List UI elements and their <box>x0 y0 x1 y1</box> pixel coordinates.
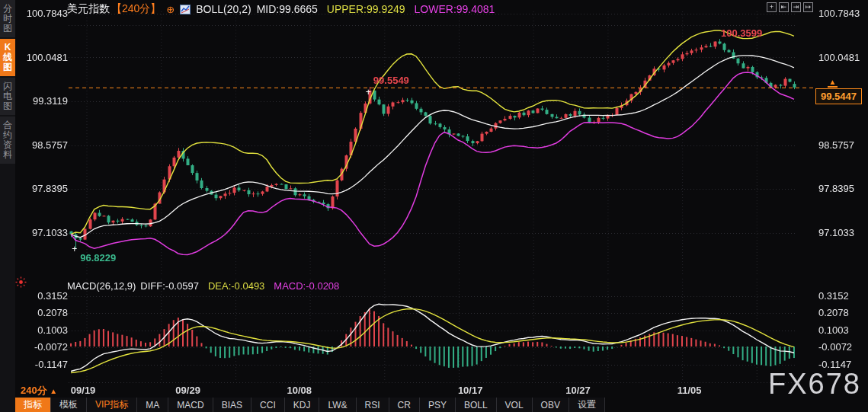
macd-axis-label: -0.0072 <box>818 341 852 353</box>
y-axis-label: 97.8395 <box>818 183 854 194</box>
macd-axis-label: -0.0072 <box>17 341 68 353</box>
y-axis-label: 100.7843 <box>818 8 860 19</box>
macd-axis-label: 0.3152 <box>818 290 849 302</box>
toolbar-item-RSI[interactable]: RSI <box>357 398 389 412</box>
trading-app: 分时图K线图闪电图合约资料 美元指数 【240分】 ⊕ BOLL(20,2) M… <box>0 0 868 412</box>
alert-icon[interactable] <box>15 276 27 288</box>
sidebar-tab-闪电图[interactable]: 闪电图 <box>0 78 15 115</box>
y-axis-label: 99.3119 <box>17 95 68 107</box>
watermark: FX678 <box>768 368 861 401</box>
macd-axis-label: 0.3152 <box>17 290 68 302</box>
toolbar-item-指标[interactable]: 指标 <box>15 398 51 412</box>
symbol-title: 美元指数 <box>67 2 110 16</box>
price-marker-cross: + <box>72 245 77 254</box>
chart-header: 美元指数 【240分】 ⊕ BOLL(20,2) MID:99.6665 UPP… <box>67 2 495 16</box>
macd-axis-label: 0.2078 <box>17 307 68 318</box>
x-axis-date-label: 10/27 <box>565 385 591 396</box>
price-up-arrow-icon: ▲ <box>828 78 838 88</box>
toolbar-item-PSY[interactable]: PSY <box>420 398 456 412</box>
indicator-toolbar: 指标模板VIP指标MAMACDBIASCCIKDJLW&RSICRPSYBOLL… <box>15 398 605 412</box>
macd-axis-label: -0.1147 <box>17 359 68 370</box>
last-price-badge: 99.5447 <box>815 88 862 104</box>
toolbar-item-VIP指标[interactable]: VIP指标 <box>87 398 137 412</box>
y-axis-label: 98.5757 <box>17 139 68 151</box>
x-axis-date-label: 09/29 <box>175 385 200 396</box>
interval-label: 【240分】 <box>111 2 161 16</box>
peak-mid-annotation: 99.5549 <box>373 75 409 86</box>
boll-lower-value: LOWER:99.4081 <box>415 3 495 15</box>
boll-upper-value: UPPER:99.9249 <box>327 3 405 15</box>
pan-right-icon[interactable]: ⇥ <box>791 2 801 12</box>
toolbar-item-BIAS[interactable]: BIAS <box>213 398 251 412</box>
macd-header: MACD(26,12,9) DIFF:-0.0597 DEA:-0.0493 M… <box>67 280 339 292</box>
dropdown-arrow-icon: ▲ <box>50 387 57 395</box>
sidebar: 分时图K线图闪电图合约资料 <box>0 0 15 412</box>
toolbar-item-KDJ[interactable]: KDJ <box>285 398 320 412</box>
macd-axis-label: 0.2078 <box>818 307 849 318</box>
y-axis-label: 98.5757 <box>818 139 854 151</box>
macd-macd-value: MACD:-0.0208 <box>274 280 339 292</box>
reset-scale-icon[interactable]: ↦ <box>803 2 813 12</box>
y-axis-label: 97.8395 <box>17 183 68 194</box>
sidebar-tab-分时图[interactable]: 分时图 <box>0 0 15 37</box>
peak-right-annotation: 100.3599 <box>721 27 762 39</box>
toolbar-item-BOLL[interactable]: BOLL <box>456 398 497 412</box>
macd-axis-label: 0.1003 <box>818 324 849 336</box>
toolbar-item-VOL[interactable]: VOL <box>497 398 533 412</box>
chart-tool-icons: +⇤⇥↦ <box>767 2 813 12</box>
low-annotation: 96.8229 <box>80 252 116 263</box>
toolbar-item-模板[interactable]: 模板 <box>51 398 87 412</box>
line-chart-icon <box>180 5 191 14</box>
macd-dea-value: DEA:-0.0493 <box>208 280 264 292</box>
x-axis-date-label: 10/17 <box>458 385 483 396</box>
crosshair-icon[interactable]: + <box>767 2 777 12</box>
toolbar-item-CCI[interactable]: CCI <box>251 398 285 412</box>
macd-diff-value: DIFF:-0.0597 <box>140 280 199 292</box>
sidebar-tab-合约资料[interactable]: 合约资料 <box>0 117 15 164</box>
price-chart-canvas[interactable] <box>0 0 868 412</box>
y-axis-label: 100.0481 <box>818 52 860 63</box>
x-axis-date-label: 10/08 <box>287 385 312 396</box>
toolbar-item-MA[interactable]: MA <box>137 398 168 412</box>
period-selector[interactable]: 240分 ▲ <box>21 384 57 398</box>
toolbar-item-CR[interactable]: CR <box>389 398 420 412</box>
macd-axis-label: 0.1003 <box>17 324 68 336</box>
price-marker-cross: + <box>366 88 371 97</box>
x-axis-date-label: 11/05 <box>677 385 702 396</box>
toolbar-item-设置[interactable]: 设置 <box>569 398 605 412</box>
toolbar-item-OBV[interactable]: OBV <box>533 398 569 412</box>
y-axis-label: 97.1033 <box>17 227 68 238</box>
boll-label: BOLL(20,2) <box>196 3 251 15</box>
sidebar-tab-K线图[interactable]: K线图 <box>0 39 15 76</box>
y-axis-label: 100.7843 <box>17 8 68 19</box>
y-axis-label: 97.1033 <box>818 227 854 238</box>
x-axis-date-label: 09/19 <box>71 385 96 396</box>
y-axis-label: 100.0481 <box>17 52 68 63</box>
boll-mid-value: MID:99.6665 <box>257 3 318 15</box>
toolbar-item-LW&[interactable]: LW& <box>319 398 356 412</box>
period-label: 240分 <box>21 385 47 396</box>
add-indicator-icon[interactable]: ⊕ <box>166 5 175 14</box>
macd-title: MACD(26,12,9) <box>67 280 136 292</box>
pan-left-icon[interactable]: ⇤ <box>779 2 789 12</box>
toolbar-item-MACD[interactable]: MACD <box>168 398 213 412</box>
